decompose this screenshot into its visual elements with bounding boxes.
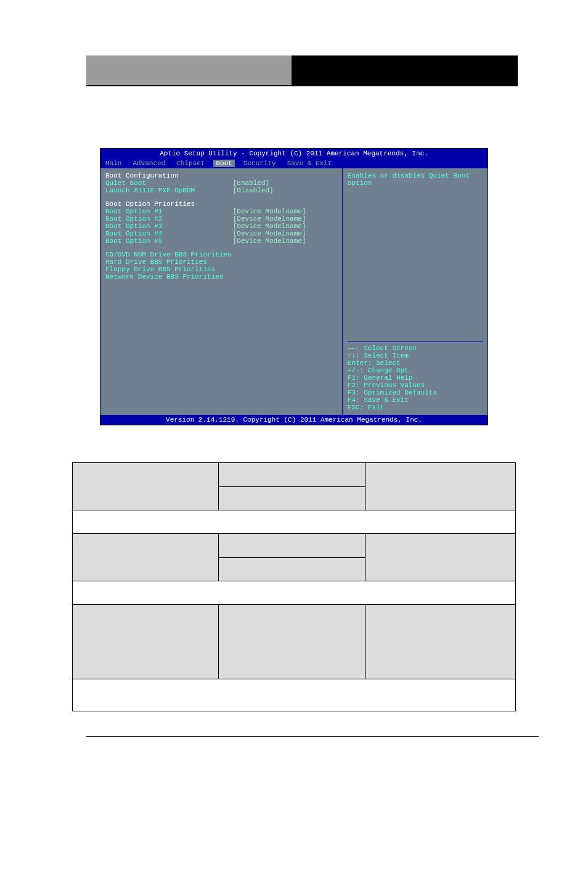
tab-security[interactable]: Security <box>241 160 279 167</box>
key-esc: ESC: Exit <box>348 404 483 411</box>
bios-tab-bar[interactable]: Main Advanced Chipset Boot Security Save… <box>100 158 488 168</box>
options-table <box>72 462 516 711</box>
submenu-hdd[interactable]: Hard Drive BBS Priorities <box>105 258 337 266</box>
label-boot-3: Boot Option #3 <box>105 223 233 230</box>
row-quiet-boot[interactable]: Quiet Boot [Enabled] <box>105 179 337 187</box>
tab-main[interactable]: Main <box>103 160 124 167</box>
table-row <box>73 605 516 679</box>
key-f2: F2: Previous Values <box>348 382 483 389</box>
tab-advanced[interactable]: Advanced <box>130 160 168 167</box>
bottom-rule <box>86 736 539 737</box>
value-launch-pxe: [Disabled] <box>233 187 274 194</box>
label-boot-4: Boot Option #4 <box>105 230 233 237</box>
table-row <box>73 581 516 605</box>
key-f4: F4: Save & Exit <box>348 396 483 404</box>
label-boot-1: Boot Option #1 <box>105 208 233 215</box>
bios-help-text: Enables or disables Quiet Boot option <box>348 172 483 342</box>
table-row <box>73 679 516 711</box>
tab-boot[interactable]: Boot <box>213 160 234 167</box>
label-launch-pxe: Launch 8111E PXE OpROM <box>105 187 233 194</box>
row-boot-2[interactable]: Boot Option #2[Device Modelname] <box>105 215 337 223</box>
value-quiet-boot: [Enabled] <box>233 179 269 187</box>
submenu-network[interactable]: Network Device BBS Priorities <box>105 273 337 280</box>
key-f1: F1: General Help <box>348 374 483 382</box>
bios-right-pane: Enables or disables Quiet Boot option →←… <box>343 168 488 415</box>
tab-save-exit[interactable]: Save & Exit <box>285 160 335 167</box>
header-left <box>86 55 292 86</box>
row-boot-4[interactable]: Boot Option #4[Device Modelname] <box>105 230 337 237</box>
submenu-floppy[interactable]: Floppy Drive BBS Priorities <box>105 266 337 273</box>
header-band <box>86 55 518 86</box>
table-row <box>73 534 516 581</box>
table-row <box>73 510 516 534</box>
value-boot-4: [Device Modelname] <box>233 230 306 237</box>
value-boot-3: [Device Modelname] <box>233 223 306 230</box>
label-boot-5: Boot Option #5 <box>105 237 233 245</box>
bios-key-legend: →←: Select Screen ↑↓: Select Item Enter:… <box>348 342 483 411</box>
key-enter: Enter: Select <box>348 359 483 367</box>
row-boot-3[interactable]: Boot Option #3[Device Modelname] <box>105 223 337 230</box>
label-quiet-boot: Quiet Boot <box>105 179 233 187</box>
row-boot-1[interactable]: Boot Option #1[Device Modelname] <box>105 208 337 215</box>
key-change-opt: +/-: Change Opt. <box>348 367 483 374</box>
value-boot-2: [Device Modelname] <box>233 215 306 223</box>
section-boot-config: Boot Configuration <box>105 172 337 179</box>
table-row <box>73 463 516 510</box>
bios-title: Aptio Setup Utility - Copyright (C) 2011… <box>100 149 488 158</box>
submenu-cddvd[interactable]: CD/DVD ROM Drive BBS Priorities <box>105 251 337 258</box>
value-boot-1: [Device Modelname] <box>233 208 306 215</box>
row-boot-5[interactable]: Boot Option #5[Device Modelname] <box>105 237 337 245</box>
tab-chipset[interactable]: Chipset <box>174 160 207 167</box>
bios-footer: Version 2.14.1219. Copyright (C) 2011 Am… <box>100 415 488 425</box>
key-f3: F3: Optimized Defaults <box>348 389 483 396</box>
key-select-item: ↑↓: Select Item <box>348 352 483 359</box>
row-launch-pxe[interactable]: Launch 8111E PXE OpROM [Disabled] <box>105 187 337 194</box>
label-boot-2: Boot Option #2 <box>105 215 233 223</box>
section-boot-priorities: Boot Option Priorities <box>105 200 337 208</box>
value-boot-5: [Device Modelname] <box>233 237 306 245</box>
key-select-screen: →←: Select Screen <box>348 345 483 352</box>
bios-left-pane: Boot Configuration Quiet Boot [Enabled] … <box>100 168 343 415</box>
bios-screen: Aptio Setup Utility - Copyright (C) 2011… <box>100 148 488 425</box>
header-right <box>292 55 518 86</box>
